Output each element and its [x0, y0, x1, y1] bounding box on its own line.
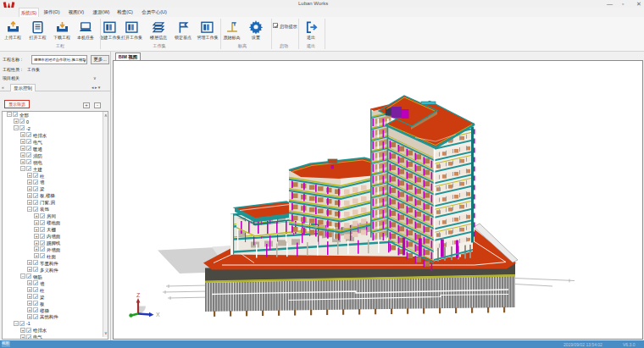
svg-text:Z: Z: [136, 291, 141, 297]
svg-text:X: X: [156, 311, 160, 317]
